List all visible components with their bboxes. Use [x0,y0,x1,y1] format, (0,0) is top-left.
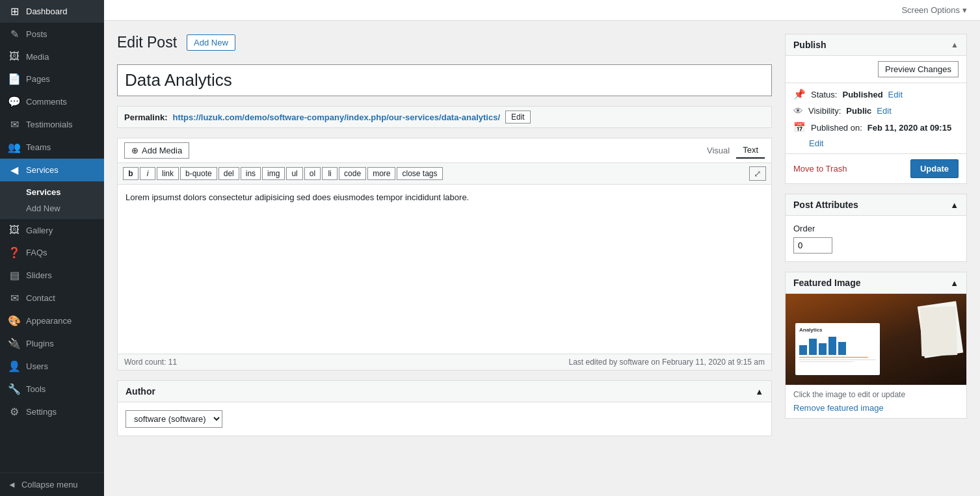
order-label: Order [793,224,959,233]
sidebar-item-users[interactable]: 👤 Users [0,355,104,378]
faqs-icon: ❓ [8,246,21,259]
sidebar-item-tools[interactable]: 🔧 Tools [0,378,104,400]
format-ins-button[interactable]: ins [241,167,261,180]
format-bold-button[interactable]: b [123,167,139,180]
teams-icon: 👥 [8,141,21,153]
visual-tab[interactable]: Visual [700,142,736,159]
editor-box: ⊕ Add Media Visual Text b i link b-quote… [117,138,772,371]
left-column: Edit Post Add New Permalink: https://luz… [117,34,772,483]
format-del-button[interactable]: del [219,167,239,180]
sidebar-item-settings[interactable]: ⚙ Settings [0,400,104,423]
format-img-button[interactable]: img [262,167,285,180]
page-header: Edit Post Add New [117,34,772,51]
format-italic-button[interactable]: i [140,167,155,180]
expand-editor-button[interactable]: ⤢ [749,166,766,181]
post-attributes-header[interactable]: Post Attributes ▲ [786,194,966,216]
permalink-slug: data-analytics/ [442,112,500,122]
format-li-button[interactable]: li [322,167,338,180]
sidebar-item-label: Posts [26,29,47,39]
right-column: Publish ▲ Preview Changes 📌 Status: Publ… [785,34,967,483]
sidebar-item-appearance[interactable]: 🎨 Appearance [0,309,104,332]
screen-options-button[interactable]: Screen Options ▾ [901,5,967,15]
sidebar-item-label: Teams [26,142,51,152]
sidebar-item-label: Appearance [26,316,72,326]
sidebar-item-services[interactable]: ◀ Services [0,159,104,181]
publish-box: Publish ▲ Preview Changes 📌 Status: Publ… [785,34,967,184]
sidebar-item-label: Tools [26,384,46,394]
remove-featured-image-link[interactable]: Remove featured image [793,403,884,413]
sidebar-item-label: Media [26,52,49,62]
visibility-edit-link[interactable]: Edit [877,106,891,116]
edit-permalink-button[interactable]: Edit [505,111,531,124]
sidebar-item-dashboard[interactable]: ⊞ Dashboard [0,0,104,23]
format-closetags-button[interactable]: close tags [397,167,442,180]
publish-date-row: 📅 Published on: Feb 11, 2020 at 09:15 [793,122,959,133]
screen-options-label: Screen Options [901,5,960,15]
order-input[interactable] [793,237,832,254]
sidebar-item-label: Users [26,361,48,371]
post-attributes-content: Order [786,216,966,261]
author-meta-box: Author ▲ software (software) [117,380,772,436]
sidebar-sub-services[interactable]: Services [0,184,104,200]
sidebar-item-faqs[interactable]: ❓ FAQs [0,241,104,264]
author-select[interactable]: software (software) [126,410,222,428]
sidebar-item-comments[interactable]: 💬 Comments [0,90,104,113]
sidebar-item-posts[interactable]: ✎ Posts [0,23,104,46]
sidebar-item-gallery[interactable]: 🖼 Gallery [0,219,104,241]
content-area: Edit Post Add New Permalink: https://luz… [104,21,980,496]
publish-collapse-icon[interactable]: ▲ [951,40,959,49]
format-link-button[interactable]: link [157,167,179,180]
sidebar-item-label: Gallery [26,226,53,235]
permalink-url[interactable]: https://luzuk.com/demo/software-company/… [172,112,500,122]
sidebar-item-media[interactable]: 🖼 Media [0,46,104,68]
sidebar-item-label: Services [26,165,59,175]
published-date-edit-link[interactable]: Edit [809,138,823,148]
collapse-menu-button[interactable]: ◄ Collapse menu [0,473,104,496]
format-bquote-button[interactable]: b-quote [180,167,217,180]
tools-icon: 🔧 [8,383,21,395]
featured-image-header[interactable]: Featured Image ▲ [786,272,966,294]
status-edit-link[interactable]: Edit [888,90,903,99]
sidebar-item-testimonials[interactable]: ✉ Testimonials [0,113,104,136]
post-title-input[interactable] [117,64,772,96]
sidebar-item-label: Pages [26,74,50,84]
text-tab[interactable]: Text [736,142,765,159]
published-label: Published on: [811,123,862,133]
comments-icon: 💬 [8,96,21,108]
add-media-button[interactable]: ⊕ Add Media [124,142,189,159]
sidebar-item-label: Contact [26,293,55,303]
topbar: Screen Options ▾ [104,0,980,21]
format-code-button[interactable]: code [339,167,366,180]
add-new-button[interactable]: Add New [187,34,235,51]
sidebar-item-plugins[interactable]: 🔌 Plugins [0,332,104,355]
move-to-trash-link[interactable]: Move to Trash [793,164,847,174]
featured-image-preview[interactable]: Analytics [786,294,966,385]
word-count: Word count: 11 [124,358,177,367]
sidebar-item-label: Comments [26,97,67,107]
format-more-button[interactable]: more [367,167,395,180]
sidebar-item-teams[interactable]: 👥 Teams [0,136,104,159]
sliders-icon: ▤ [8,269,21,281]
featured-image-collapse-icon: ▲ [950,278,959,288]
main-area: Screen Options ▾ Edit Post Add New Perma… [104,0,980,496]
update-button[interactable]: Update [910,159,959,178]
sidebar-sub-add-new[interactable]: Add New [0,200,104,216]
format-ol-button[interactable]: ol [304,167,321,180]
sidebar: ⊞ Dashboard ✎ Posts 🖼 Media 📄 Pages 💬 Co… [0,0,104,496]
editor-content[interactable]: Lorem ipsumst dolors consectetur adipisi… [118,185,771,354]
format-ul-button[interactable]: ul [286,167,302,180]
sidebar-item-pages[interactable]: 📄 Pages [0,68,104,90]
preview-changes-button[interactable]: Preview Changes [878,61,959,77]
sidebar-item-label: Dashboard [26,7,68,16]
sidebar-item-contact[interactable]: ✉ Contact [0,287,104,309]
publish-box-header: Publish ▲ [786,34,966,56]
services-submenu: Services Add New [0,181,104,219]
sidebar-item-label: Testimonials [26,120,73,129]
sidebar-item-sliders[interactable]: ▤ Sliders [0,264,104,287]
author-box-header[interactable]: Author ▲ [118,381,771,402]
posts-icon: ✎ [8,28,21,40]
attributes-collapse-icon: ▲ [950,200,959,210]
publish-box-title: Publish [793,40,827,50]
gallery-icon: 🖼 [8,224,21,236]
visibility-value: Public [846,106,871,116]
